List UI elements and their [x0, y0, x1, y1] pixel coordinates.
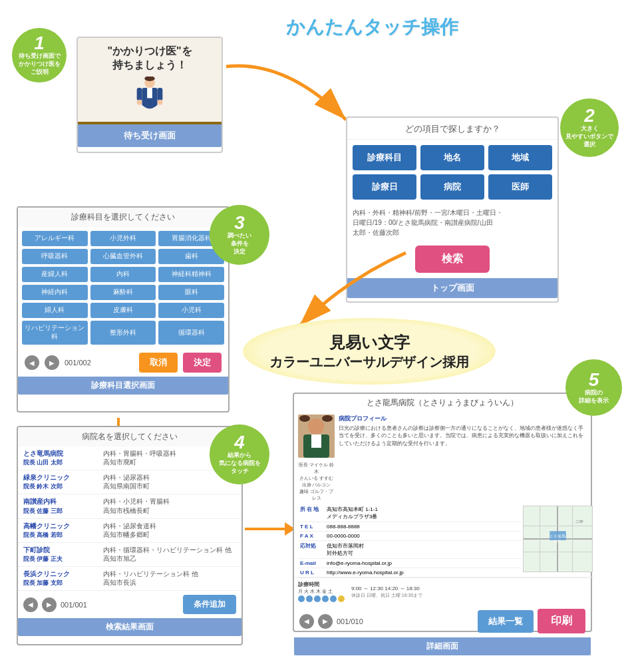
- results-next-btn[interactable]: ▶: [42, 597, 57, 612]
- cat-btn-9[interactable]: 神経内科: [22, 285, 88, 300]
- step-3-num: 3: [234, 214, 245, 232]
- cat-page: 001/002: [65, 359, 91, 367]
- cat-btn-16[interactable]: 整形外科: [90, 321, 156, 345]
- main-container: かんたんタッチ操作 1 待ち受け画面でかかりつけ医をご説明 2 大きく見やすいボ…: [0, 0, 632, 672]
- step-5-circle: 5 病院の詳細を表示: [565, 359, 622, 416]
- detail-next-btn[interactable]: ▶: [318, 614, 333, 629]
- result-col2-5: 内科・リハビリテーション科 他高知市長浜: [103, 570, 236, 588]
- step-4-circle: 4 結果から気になる病院をタッチ: [210, 424, 269, 484]
- result-row-3[interactable]: 高幡クリニック院長 高橋 若郎 内科・泌尿食道科高知市幡多郷町: [18, 519, 241, 543]
- search-btn-0[interactable]: 診療科目: [353, 145, 416, 170]
- step-2-num: 2: [584, 106, 595, 125]
- big-text-line1: 見易い文字: [329, 332, 410, 353]
- cat-btn-7[interactable]: 内科: [90, 267, 156, 282]
- detail-photo-area: 医長 マイケル 鈴木さんいる すすむ出身 バルコン趣味 ゴルフ・プレス: [298, 415, 335, 502]
- detail-label-4: E-mail: [298, 559, 325, 568]
- svg-rect-4: [137, 88, 142, 100]
- detail-label-3: 応対処: [298, 541, 325, 559]
- step-4-text: 結果から気になる病院をタッチ: [216, 452, 263, 475]
- doctor-photo: [298, 415, 335, 458]
- detail-page: 001/010: [337, 617, 363, 625]
- arrow-1: [220, 53, 353, 140]
- detail-label-5: U R L: [298, 568, 325, 578]
- step-5-text: 病院の詳細を表示: [576, 389, 611, 405]
- main-title: かんたんタッチ操作: [286, 15, 458, 40]
- result-row-5[interactable]: 長浜クリニック院長 加藤 支郎 内科・リハビリテーション科 他高知市長浜: [18, 567, 241, 591]
- detail-screen-panel: とさ龍馬病院（とさりょうまびょういん） 医長 マイケル 鈴木さんいる すすむ出身…: [293, 393, 592, 632]
- cat-btn-12[interactable]: 婦人科: [22, 303, 88, 318]
- result-row-4[interactable]: 下町診院院長 伊藤 正夫 内科・循環器科・リハビリテーション科 他高知市旭乙: [18, 543, 241, 567]
- detail-value-1: 088-888-8888: [325, 522, 522, 532]
- doctor-illustration: [130, 77, 170, 115]
- print-btn[interactable]: 印刷: [538, 609, 585, 633]
- cat-btn-13[interactable]: 皮膚科: [90, 303, 156, 318]
- step-2-circle: 2 大きく見やすいボタンで選択: [560, 98, 619, 157]
- cat-btn-0[interactable]: アレルギー科: [22, 231, 88, 246]
- step-4-num: 4: [234, 433, 245, 452]
- cat-next-btn[interactable]: ▶: [45, 355, 59, 370]
- cat-cancel-btn[interactable]: 取消: [139, 353, 178, 373]
- search-btn-2[interactable]: 地域: [488, 145, 552, 170]
- detail-map-cell: とさ龍馬 病院 二中: [522, 504, 595, 578]
- step-1-text: 待ち受け画面でかかりつけ医をご説明: [16, 53, 63, 76]
- detail-prev-btn[interactable]: ◀: [299, 614, 314, 629]
- result-col1-1: 緑泉クリニック院長 鈴木 次郎: [23, 473, 103, 491]
- detail-right-info: 医長 マイケル 鈴木さんいる すすむ出身 バルコン趣味 ゴルフ・プレス: [298, 462, 335, 502]
- detail-label-0: 所 在 地: [298, 504, 325, 522]
- step-5-num: 5: [589, 371, 599, 389]
- results-prev-btn[interactable]: ◀: [23, 597, 38, 612]
- svg-rect-5: [158, 88, 163, 100]
- detail-label-1: T E L: [298, 522, 325, 532]
- big-text-overlay: 見易い文字 カラーユニバーサルデザイン採用: [243, 318, 496, 385]
- detail-value-5: http://www.e-ryoma.hospital.or.jp: [325, 568, 522, 578]
- detail-weekdays: 月 火 水 木 金 土: [298, 589, 333, 593]
- search-execute-btn[interactable]: 検索: [415, 246, 490, 273]
- cat-decide-btn[interactable]: 決定: [183, 353, 222, 373]
- big-text-line2: カラーユニバーサルデザイン採用: [269, 353, 469, 371]
- cat-btn-8[interactable]: 神経科精神科: [158, 267, 224, 282]
- arrow-4: [245, 522, 295, 536]
- detail-label-2: F A X: [298, 532, 325, 541]
- results-list-btn[interactable]: 結果一覧: [478, 610, 534, 633]
- step-1-circle: 1 待ち受け画面でかかりつけ医をご説明: [12, 28, 67, 83]
- result-col1-2: 南讃産内科院長 佐藤 三郎: [23, 497, 103, 515]
- detail-value-4: info@e-ryoma-hospital.or.jp: [325, 559, 522, 568]
- cat-btn-17[interactable]: 循環器科: [158, 321, 224, 345]
- add-condition-btn[interactable]: 条件追加: [183, 595, 236, 614]
- step-2-text: 大きく見やすいボタンで選択: [563, 125, 616, 148]
- cat-btn-10[interactable]: 麻酔科: [90, 285, 156, 300]
- search-question: どの項目で探しますか？: [347, 118, 557, 140]
- svg-text:病院: 病院: [554, 539, 561, 543]
- detail-hours-label: 診療時間 月 火 水 木 金 土: [298, 581, 345, 602]
- detail-value-2: 00-0000-0000: [325, 532, 522, 541]
- cat-prev-btn[interactable]: ◀: [25, 355, 39, 370]
- detail-hours-text: 9:00 ～ 12:30 14:20 ～ 18:30 休診日 日曜、祝日 土曜 …: [351, 585, 422, 599]
- search-btn-3[interactable]: 診療日: [353, 174, 416, 200]
- cat-btn-11[interactable]: 眼科: [158, 285, 224, 300]
- result-row-0[interactable]: とさ竜馬病院院長 山田 太郎 内科・胃腸科・呼吸器科高知市廃町: [18, 446, 241, 470]
- top-screen-label: トップ画面: [431, 283, 474, 293]
- category-screen-title: 診療科目を選択してください: [18, 208, 228, 227]
- step-3-circle: 3 調べたい条件を決定: [210, 205, 269, 265]
- result-row-2[interactable]: 南讃産内科院長 佐藤 三郎 内科・小児科・胃腸科高知市桟橋長町: [18, 494, 241, 518]
- results-screen-panel: 病院名を選択してください とさ竜馬病院院長 山田 太郎 内科・胃腸科・呼吸器科高…: [17, 426, 243, 645]
- svg-point-13: [322, 415, 333, 422]
- search-btn-4[interactable]: 病院: [420, 174, 484, 200]
- cat-btn-3[interactable]: 呼吸器科: [22, 249, 88, 264]
- search-btn-5[interactable]: 医師: [488, 174, 552, 200]
- detail-info-table: 所 在 地 高知市高知本町 1-1-1メディカルプラザ3番 とさ龍馬: [298, 504, 595, 578]
- category-grid: アレルギー科 小児外科 胃腸消化器科 呼吸器科 心臓血管外科 歯科 産婦人科 内…: [18, 227, 228, 349]
- detail-screen-title: とさ龍馬病院（とさりょうまびょういん）: [294, 394, 591, 412]
- waiting-screen-panel: "かかりつけ医"を 持ちましょう！: [77, 37, 223, 153]
- detail-hours-section: 診療時間 月 火 水 木 金 土 9:00 ～ 12:30 14:20 ～ 18…: [294, 578, 591, 605]
- search-btn-1[interactable]: 地名: [420, 145, 484, 170]
- detail-hours-row: 診療時間 月 火 水 木 金 土 9:00 ～ 12:30 14:20 ～ 18…: [298, 581, 587, 602]
- step-1-num: 1: [34, 34, 45, 53]
- result-row-1[interactable]: 緑泉クリニック院長 鈴木 次郎 内科・泌尿器科高知県南国市町: [18, 470, 241, 494]
- cat-btn-15[interactable]: リハビリテーション科: [22, 321, 88, 345]
- cat-btn-6[interactable]: 産婦人科: [22, 267, 88, 282]
- cat-btn-1[interactable]: 小児外科: [90, 231, 156, 246]
- svg-rect-3: [147, 88, 152, 98]
- cat-btn-4[interactable]: 心臓血管外科: [90, 249, 156, 264]
- cat-btn-14[interactable]: 小児科: [158, 303, 224, 318]
